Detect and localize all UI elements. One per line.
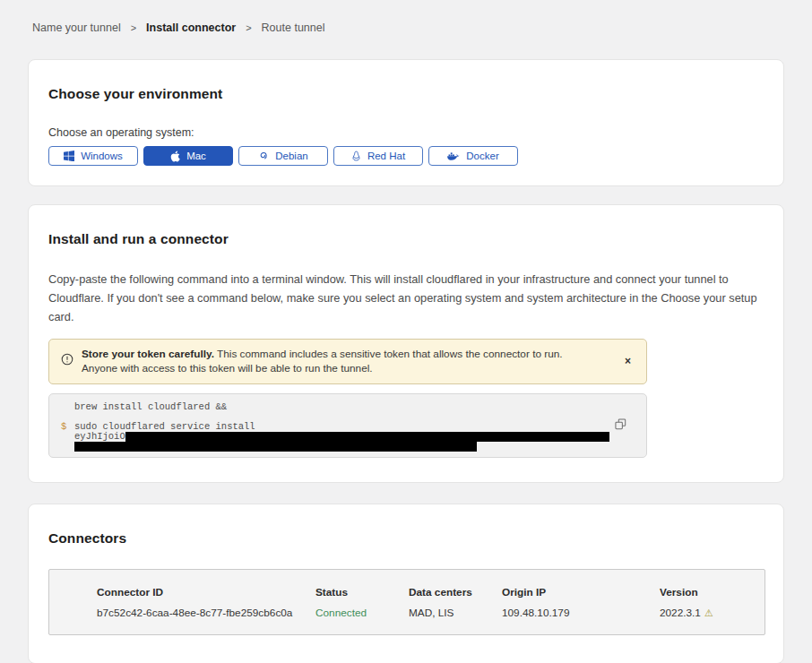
connector-id-value: b7c52c42-6caa-48ee-8c77-fbe259cb6c0a [97,607,315,619]
token-warning-banner: Store your token carefully. This command… [48,339,647,384]
os-button-debian[interactable]: Debian [238,146,328,166]
installer-description: Copy-paste the following command into a … [48,270,764,326]
connector-origin-ip-value: 109.48.10.179 [502,607,660,619]
installer-card-title: Install and run a connector [48,231,764,247]
token-redaction-bar [74,442,477,452]
token-warning-text: Store your token carefully. This command… [82,347,597,375]
environment-card-title: Choose your environment [48,86,764,102]
os-button-label: Docker [466,151,498,161]
token-prefix: eyJhIjoiO [74,431,125,442]
install-connector-card: Install and run a connector Copy-paste t… [28,204,784,483]
connector-data-centers-value: MAD, LIS [409,607,502,619]
os-button-label: Windows [81,151,123,161]
connector-status-value: Connected [315,607,409,619]
connector-table-row: b7c52c42-6caa-48ee-8c77-fbe259cb6c0a Con… [97,607,764,619]
apple-icon [170,151,180,162]
token-warning-title: Store your token carefully. [82,348,214,360]
os-button-redhat[interactable]: Red Hat [333,146,423,166]
breadcrumb-separator: > [246,22,251,33]
header-origin-ip: Origin IP [502,586,660,598]
shell-prompt: $ [61,422,66,432]
debian-icon [258,151,269,161]
os-select-label: Choose an operating system: [48,126,764,139]
choose-environment-card: Choose your environment Choose an operat… [28,59,784,186]
version-number: 2022.3.1 [660,607,701,619]
connector-version-value: 2022.3.1⚠ [660,607,764,619]
connectors-table: Connector ID Status Data centers Origin … [48,569,765,635]
header-version: Version [660,586,764,598]
breadcrumb-name-your-tunnel[interactable]: Name your tunnel [32,22,121,34]
token-redaction-bar [125,432,609,442]
breadcrumb-route-tunnel[interactable]: Route tunnel [262,22,325,34]
os-button-mac[interactable]: Mac [143,146,233,166]
close-icon[interactable]: × [621,353,635,369]
breadcrumb-separator: > [131,22,136,33]
code-line-brew-install: brew install cloudflared && [74,402,646,412]
version-warning-icon: ⚠ [704,607,713,618]
connectors-card-title: Connectors [48,530,764,547]
header-data-centers: Data centers [409,586,502,598]
header-connector-id: Connector ID [97,586,315,598]
os-button-row: Windows Mac Debian Red Hat Docker [48,146,764,166]
breadcrumb: Name your tunnel > Install connector > R… [0,0,812,34]
install-command-code-block: $ brew install cloudflared && sudo cloud… [48,393,647,458]
header-status: Status [315,586,409,598]
redhat-icon [351,151,361,162]
alert-circle-icon [61,353,73,369]
code-line-token-continued [74,442,646,452]
os-button-label: Mac [186,151,206,161]
os-button-docker[interactable]: Docker [428,146,518,166]
connectors-table-header: Connector ID Status Data centers Origin … [97,586,764,598]
connectors-card: Connectors Connector ID Status Data cent… [28,504,784,663]
os-button-windows[interactable]: Windows [48,146,138,166]
windows-icon [64,151,74,161]
docker-icon [447,151,460,161]
breadcrumb-install-connector[interactable]: Install connector [146,22,236,34]
copy-icon[interactable] [615,418,626,433]
os-button-label: Red Hat [367,151,405,161]
code-line-service-install: sudo cloudflared service install [74,422,646,432]
os-button-label: Debian [275,151,307,161]
code-line-token: eyJhIjoiO [74,432,646,442]
